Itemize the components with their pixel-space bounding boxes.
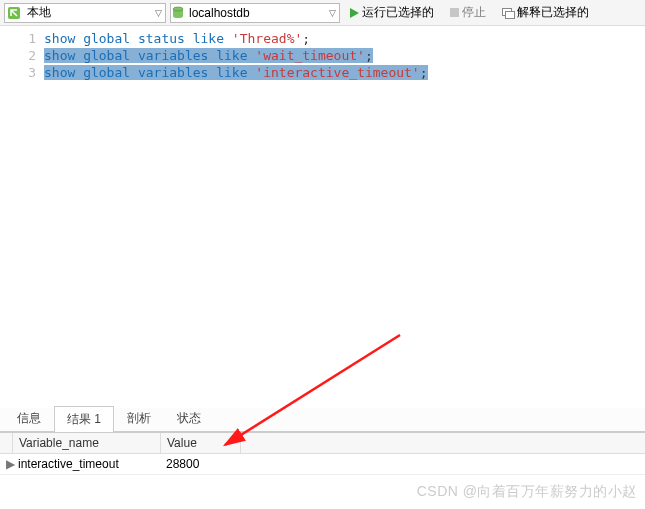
explain-icon — [502, 8, 514, 18]
toolbar: 本地 ▽ localhostdb ▽ 运行已选择的 停止 解释已选择的 — [0, 0, 645, 26]
database-icon — [171, 6, 185, 20]
stop-button[interactable]: 停止 — [444, 3, 492, 23]
chevron-down-icon: ▽ — [151, 8, 165, 18]
row-marker-header — [0, 433, 13, 453]
table-row[interactable]: ▶ interactive_timeout 28800 — [0, 454, 645, 475]
run-selected-button[interactable]: 运行已选择的 — [344, 3, 440, 23]
tab-result-1[interactable]: 结果 1 — [54, 406, 114, 432]
play-icon — [350, 8, 359, 18]
tab-info[interactable]: 信息 — [4, 405, 54, 431]
line-number: 3 — [0, 64, 36, 81]
connection-icon — [5, 4, 23, 22]
column-header-name[interactable]: Variable_name — [13, 433, 161, 453]
connection-combo[interactable]: 本地 ▽ — [4, 3, 166, 23]
code-area[interactable]: show global status like 'Thread%'; show … — [44, 26, 645, 408]
code-line: show global variables like 'interactive_… — [44, 64, 645, 81]
run-label: 运行已选择的 — [362, 4, 434, 21]
cell-variable-name: interactive_timeout — [12, 454, 160, 474]
line-number: 2 — [0, 47, 36, 64]
result-grid: Variable_name Value ▶ interactive_timeou… — [0, 432, 645, 475]
watermark: CSDN @向着百万年薪努力的小赵 — [417, 483, 637, 501]
code-line: show global variables like 'wait_timeout… — [44, 47, 645, 64]
result-tabs: 信息 结果 1 剖析 状态 — [0, 408, 645, 432]
grid-header: Variable_name Value — [0, 433, 645, 454]
stop-label: 停止 — [462, 4, 486, 21]
column-header-value[interactable]: Value — [161, 433, 241, 453]
chevron-down-icon: ▽ — [325, 8, 339, 18]
line-gutter: 1 2 3 — [0, 26, 44, 408]
tab-status[interactable]: 状态 — [164, 405, 214, 431]
database-combo[interactable]: localhostdb ▽ — [170, 3, 340, 23]
database-label: localhostdb — [185, 6, 325, 20]
explain-selected-button[interactable]: 解释已选择的 — [496, 3, 595, 23]
sql-editor[interactable]: 1 2 3 show global status like 'Thread%';… — [0, 26, 645, 408]
explain-label: 解释已选择的 — [517, 4, 589, 21]
tab-profile[interactable]: 剖析 — [114, 405, 164, 431]
code-line: show global status like 'Thread%'; — [44, 30, 645, 47]
connection-label: 本地 — [23, 4, 151, 21]
cell-value: 28800 — [160, 454, 240, 474]
line-number: 1 — [0, 30, 36, 47]
row-marker-icon: ▶ — [0, 454, 12, 474]
stop-icon — [450, 8, 459, 17]
